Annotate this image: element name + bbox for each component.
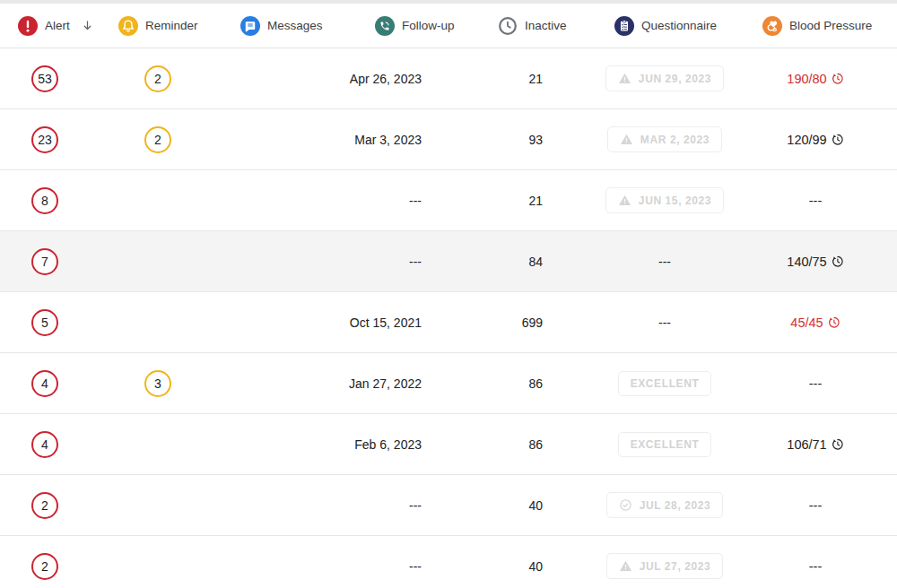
column-header-label-blood_pressure: Blood Pressure xyxy=(789,19,872,32)
questionnaire-badge-label: JUL 28, 2023 xyxy=(640,499,711,512)
blood-pressure-value: 140/75 xyxy=(787,255,826,269)
alert-cell: 7 xyxy=(31,231,58,291)
blood-pressure-value: --- xyxy=(809,559,823,574)
questionnaire-badge-label: EXCELLENT xyxy=(631,438,700,451)
alert-count-badge[interactable]: 4 xyxy=(31,431,58,458)
alert-cell: 8 xyxy=(31,170,58,230)
questionnaire-badge-label: JUN 29, 2023 xyxy=(639,73,711,85)
alert-icon xyxy=(18,16,38,36)
inactive-cell: 86 xyxy=(431,353,543,413)
blood-pressure-value: --- xyxy=(809,194,823,208)
blood-pressure-cell: 106/71 xyxy=(744,414,887,474)
column-header-label-followup: Follow-up xyxy=(402,19,455,32)
questionnaire-badge[interactable]: JUL 27, 2023 xyxy=(606,553,724,579)
table-row[interactable]: 5Oct 15, 2021699---45/45 xyxy=(0,292,897,353)
blood-pressure-cell: --- xyxy=(744,170,887,230)
sort-down-icon xyxy=(81,19,94,32)
inactive-cell: 21 xyxy=(431,48,543,108)
column-header-reminder[interactable]: Reminder xyxy=(118,4,198,48)
table-row[interactable]: 232Mar 3, 202393MAR 2, 2023120/99 xyxy=(0,109,897,170)
reminder-count-badge[interactable]: 3 xyxy=(144,370,171,397)
table-row[interactable]: 7---84---140/75 xyxy=(0,231,897,292)
column-header-questionnaire[interactable]: Questionnaire xyxy=(614,4,717,48)
inactive-cell: 40 xyxy=(431,475,543,535)
message-icon xyxy=(240,16,260,36)
blood-pressure-cell: --- xyxy=(744,353,887,413)
column-header-followup[interactable]: Follow-up xyxy=(375,4,455,48)
inactive-days: 21 xyxy=(528,194,543,208)
blood-pressure-cell: --- xyxy=(744,475,887,535)
warning-triangle-icon xyxy=(619,559,632,573)
table-header: AlertReminderMessagesFollow-upInactiveQu… xyxy=(0,4,897,48)
followup-cell: Apr 26, 2023 xyxy=(296,48,422,108)
alert-count-badge[interactable]: 2 xyxy=(31,553,58,580)
blood-pressure-value: 120/99 xyxy=(787,133,826,147)
inactive-days: 40 xyxy=(528,559,543,574)
reminder-cell: 2 xyxy=(144,109,171,169)
reminder-count-badge[interactable]: 2 xyxy=(144,65,171,92)
column-header-alert[interactable]: Alert xyxy=(18,4,94,48)
followup-date: --- xyxy=(409,498,422,513)
reminder-count-badge[interactable]: 2 xyxy=(144,126,171,153)
followup-cell: --- xyxy=(296,170,422,230)
alert-cell: 5 xyxy=(31,292,58,352)
history-icon xyxy=(827,316,840,329)
followup-date: Mar 3, 2023 xyxy=(354,133,422,147)
history-icon xyxy=(831,255,844,268)
questionnaire-badge[interactable]: MAR 2, 2023 xyxy=(607,126,722,152)
table-body: 532Apr 26, 202321JUN 29, 2023190/80232Ma… xyxy=(0,48,897,588)
questionnaire-badge[interactable]: JUN 29, 2023 xyxy=(605,65,724,91)
followup-date: --- xyxy=(409,194,422,208)
phone-icon xyxy=(375,16,395,36)
blood-pressure-value: --- xyxy=(809,498,823,513)
column-header-label-alert: Alert xyxy=(45,19,70,32)
inactive-cell: 699 xyxy=(431,292,543,352)
blood-pressure-value: 190/80 xyxy=(787,72,826,86)
blood-pressure-cell: 45/45 xyxy=(744,292,887,352)
blood-pressure-cell: 140/75 xyxy=(744,231,887,291)
column-header-blood_pressure[interactable]: Blood Pressure xyxy=(762,4,872,48)
followup-cell: Oct 15, 2021 xyxy=(296,292,422,352)
column-header-label-reminder: Reminder xyxy=(145,19,198,32)
inactive-cell: 93 xyxy=(431,109,543,169)
reminder-cell: 2 xyxy=(144,48,171,108)
alert-count-badge[interactable]: 4 xyxy=(31,370,58,397)
check-circle-icon xyxy=(619,498,632,512)
table-row[interactable]: 43Jan 27, 202286EXCELLENT--- xyxy=(0,353,897,414)
heart-stethoscope-icon xyxy=(762,16,782,36)
column-header-inactive[interactable]: Inactive xyxy=(498,4,567,48)
table-row[interactable]: 4Feb 6, 202386EXCELLENT106/71 xyxy=(0,414,897,475)
followup-cell: Mar 3, 2023 xyxy=(296,109,422,169)
alert-count-badge[interactable]: 2 xyxy=(31,492,58,519)
table-row[interactable]: 2---40JUL 27, 2023--- xyxy=(0,536,897,588)
followup-date: --- xyxy=(409,255,422,269)
questionnaire-badge[interactable]: JUL 28, 2023 xyxy=(606,492,724,518)
followup-date: Oct 15, 2021 xyxy=(350,316,422,330)
alert-count-badge[interactable]: 7 xyxy=(31,248,58,275)
alert-count-badge[interactable]: 53 xyxy=(31,65,58,92)
alert-cell: 2 xyxy=(31,475,58,535)
table-row[interactable]: 8---21JUN 15, 2023--- xyxy=(0,170,897,231)
alert-cell: 53 xyxy=(31,48,58,108)
inactive-days: 40 xyxy=(528,498,543,513)
alert-count-badge[interactable]: 23 xyxy=(31,126,58,153)
questionnaire-badge[interactable]: EXCELLENT xyxy=(618,371,712,396)
alert-count-badge[interactable]: 8 xyxy=(31,187,58,214)
questionnaire-badge[interactable]: EXCELLENT xyxy=(618,432,712,457)
warning-triangle-icon xyxy=(618,72,631,85)
table-row[interactable]: 532Apr 26, 202321JUN 29, 2023190/80 xyxy=(0,48,897,109)
column-header-messages[interactable]: Messages xyxy=(240,4,323,48)
alert-cell: 2 xyxy=(31,536,58,588)
followup-date: --- xyxy=(409,559,422,574)
inactive-days: 699 xyxy=(522,316,543,330)
inactive-cell: 21 xyxy=(431,170,543,230)
table-row[interactable]: 2---40JUL 28, 2023--- xyxy=(0,475,897,536)
alert-count-badge[interactable]: 5 xyxy=(31,309,58,336)
questionnaire-value: --- xyxy=(658,316,671,330)
alert-cell: 4 xyxy=(31,353,58,413)
questionnaire-badge[interactable]: JUN 15, 2023 xyxy=(605,187,724,213)
followup-date: Jan 27, 2022 xyxy=(349,376,422,391)
inactive-days: 84 xyxy=(528,255,543,269)
blood-pressure-value: 45/45 xyxy=(790,316,823,330)
followup-cell: --- xyxy=(296,536,422,588)
